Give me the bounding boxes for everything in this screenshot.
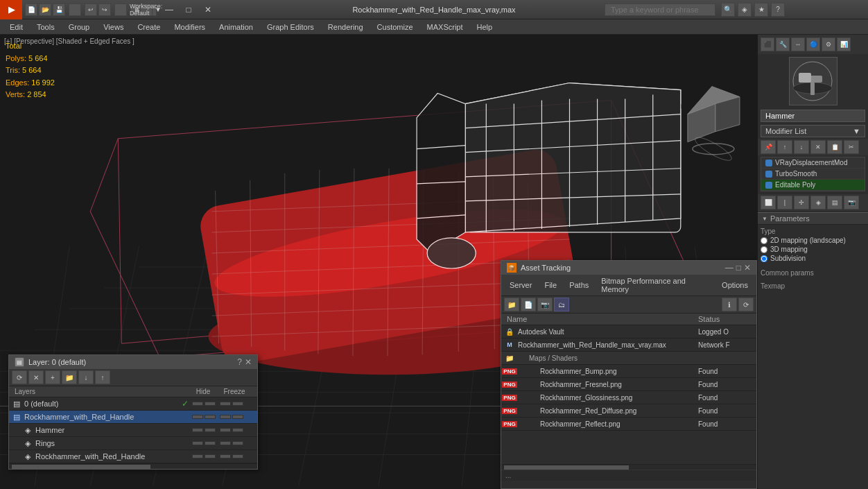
layer-row-2[interactable]: ◈ Hammer bbox=[9, 424, 257, 437]
rp-icon-5[interactable]: ⚙ bbox=[822, 37, 835, 51]
mod-tool-cut[interactable]: ✂ bbox=[844, 140, 859, 154]
at-menu-bitmap[interactable]: Bitmap Performance and Memory bbox=[596, 276, 715, 294]
mod-turbosmooth[interactable]: TurboSmooth bbox=[761, 169, 865, 180]
rp-icon-2[interactable]: 🔧 bbox=[776, 37, 790, 51]
mod-tool-up[interactable]: ↑ bbox=[777, 140, 792, 154]
at-row-glossiness[interactable]: PNG Rockhammer_Glossiness.png Found bbox=[501, 391, 756, 404]
at-row-bump[interactable]: PNG Rockhammer_Bump.png Found bbox=[501, 365, 756, 378]
at-scrollbar[interactable] bbox=[501, 464, 756, 470]
menu-tools[interactable]: Tools bbox=[30, 22, 62, 33]
layers-question-btn[interactable]: ? bbox=[237, 357, 242, 367]
layer-row-0[interactable]: ▤ 0 (default) ✓ bbox=[9, 397, 257, 411]
mod-tool-down[interactable]: ↓ bbox=[794, 140, 809, 154]
layers-close-btn[interactable]: ✕ bbox=[245, 357, 252, 367]
layer-0-freeze-dot2[interactable] bbox=[232, 402, 243, 406]
mod-btn-6[interactable]: 📷 bbox=[844, 196, 859, 209]
layer-2-freeze-dot2[interactable] bbox=[232, 428, 243, 432]
layer-1-freeze-dot1[interactable] bbox=[220, 415, 231, 419]
at-row-vault[interactable]: 🔒 Autodesk Vault Logged O bbox=[501, 325, 756, 338]
viewport[interactable]: [+] [Perspective] [Shaded + Edged Faces … bbox=[0, 35, 757, 489]
menu-animation[interactable]: Animation bbox=[212, 22, 260, 33]
at-tool-folder[interactable]: 📁 bbox=[504, 298, 519, 311]
menu-group[interactable]: Group bbox=[62, 22, 97, 33]
menu-help[interactable]: Help bbox=[470, 22, 500, 33]
at-row-fresnel[interactable]: PNG Rockhammer_Fresnel.png Found bbox=[501, 378, 756, 391]
layer-3-freeze-dot2[interactable] bbox=[232, 441, 243, 445]
layer-4-freeze-dot2[interactable] bbox=[232, 454, 243, 458]
workspace-btn[interactable]: Workspace: Default ▼ bbox=[144, 3, 157, 16]
radio-sub-input[interactable] bbox=[761, 255, 767, 262]
at-menu-paths[interactable]: Paths bbox=[564, 280, 594, 290]
rp-icon-4[interactable]: 🔵 bbox=[806, 37, 820, 51]
rp-icon-3[interactable]: ↔ bbox=[791, 37, 805, 51]
layer-tool-delete[interactable]: ✕ bbox=[28, 370, 44, 384]
layer-2-hide-dot2[interactable] bbox=[205, 428, 216, 432]
mod-btn-1[interactable]: ⬜ bbox=[761, 196, 776, 209]
menu-modifiers[interactable]: Modifiers bbox=[167, 22, 212, 33]
layer-3-hide-dot1[interactable] bbox=[192, 441, 203, 445]
object-name-input[interactable] bbox=[761, 110, 865, 122]
open-icon[interactable]: 📂 bbox=[39, 3, 51, 16]
layer-3-freeze-dot1[interactable] bbox=[220, 441, 231, 445]
at-menu-file[interactable]: File bbox=[539, 280, 562, 290]
rp-icon-6[interactable]: 📊 bbox=[837, 37, 851, 51]
minimize-btn[interactable]: — bbox=[159, 0, 179, 19]
layer-tool-move-up[interactable]: ↑ bbox=[95, 370, 110, 384]
layer-1-hide-dot2[interactable] bbox=[205, 415, 216, 419]
at-row-maps-folder[interactable]: 📁 Maps / Shaders bbox=[501, 352, 756, 365]
mod-vray[interactable]: VRayDisplacementMod bbox=[761, 157, 865, 169]
layer-0-hide-dot2[interactable] bbox=[205, 402, 216, 406]
search-input[interactable] bbox=[605, 3, 715, 16]
radio-2d-mapping[interactable]: 2D mapping (landscape) bbox=[761, 237, 865, 244]
menu-create[interactable]: Create bbox=[130, 22, 167, 33]
mod-btn-2[interactable]: | bbox=[777, 196, 792, 209]
layer-0-freeze-dot1[interactable] bbox=[220, 402, 231, 406]
at-row-maxfile[interactable]: M Rockhammer_with_Red_Handle_max_vray.ma… bbox=[501, 338, 756, 352]
at-tool-refresh[interactable]: ⟳ bbox=[738, 298, 754, 311]
menu-customize[interactable]: Customize bbox=[370, 22, 420, 33]
save-icon[interactable]: 💾 bbox=[53, 3, 65, 16]
layer-row-1[interactable]: ▤ Rockhammer_with_Red_Handle bbox=[9, 411, 257, 424]
new-icon[interactable]: 📄 bbox=[25, 3, 37, 16]
at-minimize-btn[interactable]: — bbox=[725, 263, 734, 273]
layers-scrollbar[interactable] bbox=[9, 463, 257, 469]
layer-tool-refresh[interactable]: ⟳ bbox=[12, 370, 27, 384]
radio-2d-input[interactable] bbox=[761, 237, 767, 244]
layer-3-hide-dot2[interactable] bbox=[205, 441, 216, 445]
layer-0-hide-dot1[interactable] bbox=[192, 402, 203, 406]
radio-3d-mapping[interactable]: 3D mapping bbox=[761, 246, 865, 253]
at-maximize-btn[interactable]: □ bbox=[736, 263, 741, 273]
mod-tool-delete[interactable]: ✕ bbox=[810, 140, 826, 154]
undo-icon[interactable]: ↩ bbox=[85, 3, 97, 16]
at-close-btn[interactable]: ✕ bbox=[744, 263, 751, 273]
search-btn[interactable]: 🔍 bbox=[721, 3, 735, 17]
layer-row-3[interactable]: ◈ Rings bbox=[9, 437, 257, 450]
at-tool-doc[interactable]: 📄 bbox=[521, 298, 536, 311]
layer-4-hide-dot1[interactable] bbox=[192, 454, 203, 458]
radio-3d-input[interactable] bbox=[761, 246, 767, 253]
layer-4-hide-dot2[interactable] bbox=[205, 454, 216, 458]
redo-icon[interactable]: ↪ bbox=[98, 3, 111, 16]
at-menu-options[interactable]: Options bbox=[716, 280, 754, 290]
mod-editable-poly[interactable]: Editable Poly bbox=[761, 180, 865, 191]
mod-btn-4[interactable]: ◈ bbox=[810, 196, 826, 209]
help-btn[interactable]: ? bbox=[771, 3, 785, 17]
mod-tool-paste[interactable]: 📋 bbox=[827, 140, 842, 154]
at-tool-grid[interactable]: 🗂 bbox=[554, 298, 569, 311]
at-tool-info[interactable]: ℹ bbox=[722, 298, 737, 311]
layer-tool-move-down[interactable]: ↓ bbox=[78, 370, 94, 384]
search-opts1[interactable]: ◈ bbox=[738, 3, 752, 17]
menu-rendering[interactable]: Rendering bbox=[321, 22, 370, 33]
layer-tool-add[interactable]: + bbox=[45, 370, 60, 384]
mod-btn-5[interactable]: ▤ bbox=[827, 196, 842, 209]
layer-2-freeze-dot1[interactable] bbox=[220, 428, 231, 432]
maximize-btn[interactable]: □ bbox=[179, 0, 198, 19]
search-opts2[interactable]: ★ bbox=[754, 3, 768, 17]
at-tool-camera[interactable]: 📷 bbox=[537, 298, 553, 311]
layers-horiz-scrollbar[interactable] bbox=[12, 465, 150, 469]
menu-graph-editors[interactable]: Graph Editors bbox=[260, 22, 321, 33]
radio-subdivision[interactable]: Subdivision bbox=[761, 255, 865, 262]
layer-4-freeze-dot1[interactable] bbox=[220, 454, 231, 458]
menu-edit[interactable]: Edit bbox=[3, 22, 30, 33]
menu-views[interactable]: Views bbox=[96, 22, 130, 33]
